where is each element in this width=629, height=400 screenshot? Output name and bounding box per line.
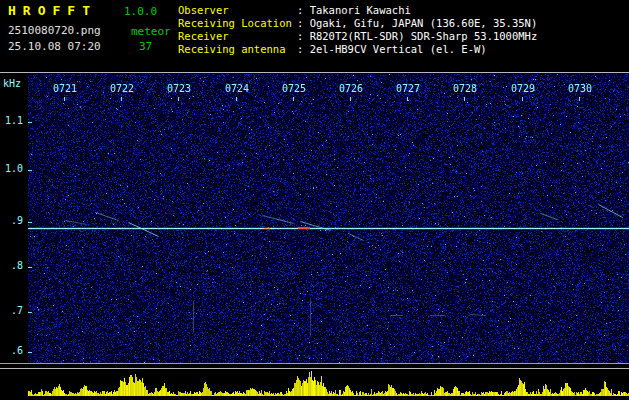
time-tick-label: 0722 <box>109 83 135 94</box>
time-tick-label: 0729 <box>510 83 536 94</box>
info-label: Receiving antenna <box>178 43 297 56</box>
info-row-location: Receiving Location : Ogaki, Gifu, JAPAN … <box>178 17 537 30</box>
time-tick-label: 0723 <box>166 83 192 94</box>
info-label: Receiving Location <box>178 17 297 30</box>
info-value: : R820T2(RTL-SDR) SDR-Sharp 53.1000MHz <box>297 30 537 43</box>
freq-tick-label: .8 <box>0 260 23 272</box>
freq-tick-label: 1.0 <box>0 163 23 175</box>
app-version: 1.0.0 <box>124 5 157 18</box>
time-tick-label: 0721 <box>52 83 78 94</box>
time-tick-label: 0730 <box>567 83 593 94</box>
signal-level-panel <box>0 364 629 400</box>
time-tick-label: 0727 <box>395 83 421 94</box>
time-tick-label: 0725 <box>281 83 307 94</box>
info-panel: Observer : Takanori Kawachi Receiving Lo… <box>178 4 537 56</box>
output-filename: 2510080720.png <box>8 24 101 37</box>
info-row-antenna: Receiving antenna : 2el-HB9CV Vertical (… <box>178 43 537 56</box>
info-row-receiver: Receiver : R820T2(RTL-SDR) SDR-Sharp 53.… <box>178 30 537 43</box>
app-title: HROFFT <box>8 3 97 18</box>
time-tick-label: 0724 <box>224 83 250 94</box>
signal-level-canvas <box>0 364 629 400</box>
freq-tick-label: .9 <box>0 215 23 227</box>
info-value: : 2el-HB9CV Vertical (el. E-W) <box>297 43 487 56</box>
observation-datetime: 25.10.08 07:20 <box>8 40 101 53</box>
freq-tick-label: .7 <box>0 305 23 317</box>
echo-count: 37 <box>139 40 152 53</box>
freq-tick-label: 1.1 <box>0 115 23 127</box>
time-tick-label: 0726 <box>338 83 364 94</box>
mode-label: meteor <box>131 25 171 38</box>
hrofft-screen: HROFFT 1.0.0 2510080720.png meteor 25.10… <box>0 0 629 400</box>
info-label: Observer <box>178 4 297 17</box>
spectrogram-panel: kHz 1.1 1.0 .9 .8 .7 .6 0721 0722 0723 0… <box>0 74 629 363</box>
info-value: : Ogaki, Gifu, JAPAN (136.60E, 35.35N) <box>297 17 537 30</box>
freq-axis-unit: kHz <box>3 78 21 89</box>
header-separator-line <box>0 72 629 73</box>
spectrogram-canvas <box>28 74 629 363</box>
info-row-observer: Observer : Takanori Kawachi <box>178 4 537 17</box>
info-label: Receiver <box>178 30 297 43</box>
freq-tick-label: .6 <box>0 345 23 357</box>
info-value: : Takanori Kawachi <box>297 4 411 17</box>
header: HROFFT 1.0.0 2510080720.png meteor 25.10… <box>0 0 629 72</box>
time-tick-label: 0728 <box>452 83 478 94</box>
